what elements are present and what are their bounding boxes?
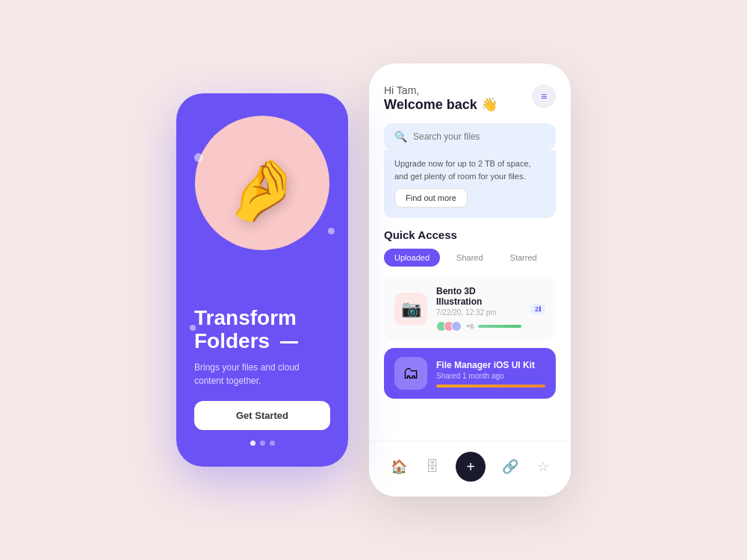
nav-star-button[interactable]: ☆ bbox=[534, 455, 552, 478]
file-info-2: File Manager iOS UI Kit Shared 1 month a… bbox=[436, 360, 545, 388]
phone-right-inner: Hi Tam, Welcome back 👋 ≡ 🔍 Upgrade now f… bbox=[369, 63, 571, 441]
nav-add-button[interactable]: + bbox=[456, 452, 486, 482]
nav-home-button[interactable]: 🏠 bbox=[388, 455, 410, 478]
tab-starred[interactable]: Starred bbox=[500, 249, 548, 267]
avatar-3 bbox=[451, 321, 462, 332]
bottom-nav: 🏠 🗄 + 🔗 ☆ bbox=[369, 441, 571, 497]
nav-folder-button[interactable]: 🗄 bbox=[423, 456, 442, 478]
file-meta-1: +6 bbox=[436, 321, 521, 332]
file-date-2: Shared 1 month ago bbox=[436, 372, 545, 380]
file-badge-1: 2ℹ bbox=[530, 304, 545, 314]
avatar-count: +6 bbox=[466, 323, 474, 330]
greeting-block: Hi Tam, Welcome back 👋 bbox=[384, 84, 498, 113]
search-icon: 🔍 bbox=[394, 131, 407, 143]
nav-share-button[interactable]: 🔗 bbox=[499, 455, 521, 478]
dash-decoration bbox=[280, 341, 298, 343]
phone-right: Hi Tam, Welcome back 👋 ≡ 🔍 Upgrade now f… bbox=[369, 63, 571, 497]
upgrade-text: Upgrade now for up to 2 TB of space, and… bbox=[394, 158, 545, 182]
left-phone-content: Transform Folders Brings your files and … bbox=[194, 307, 330, 446]
search-input[interactable] bbox=[413, 131, 545, 142]
page-dot-2[interactable] bbox=[260, 441, 265, 446]
file-meta-2 bbox=[436, 385, 545, 388]
tab-uploaded[interactable]: Uploaded bbox=[384, 249, 440, 267]
file-icon-manager: 🗂 bbox=[394, 357, 427, 390]
file-icon-bento: 📷 bbox=[394, 293, 427, 326]
search-box[interactable]: 🔍 bbox=[384, 123, 556, 150]
upgrade-banner: Upgrade now for up to 2 TB of space, and… bbox=[384, 150, 556, 218]
file-card-1[interactable]: 📷 Bento 3D Illustration 7/22/20, 12:32 p… bbox=[384, 277, 556, 340]
hand-icon: 🤌 bbox=[225, 155, 300, 225]
decor-dot-tr bbox=[328, 228, 335, 234]
get-started-button[interactable]: Get Started bbox=[194, 401, 330, 430]
welcome-text: Welcome back 👋 bbox=[384, 96, 498, 113]
hero-title: Transform Folders bbox=[194, 307, 330, 353]
menu-icon: ≡ bbox=[541, 90, 547, 102]
page-dot-1[interactable] bbox=[250, 441, 255, 446]
file-info-1: Bento 3D Illustration 7/22/20, 12:32 pm … bbox=[436, 286, 521, 332]
find-out-button[interactable]: Find out more bbox=[394, 188, 468, 208]
hero-subtitle: Brings your files and cloud content toge… bbox=[194, 361, 330, 388]
file-date-1: 7/22/20, 12:32 pm bbox=[436, 308, 521, 317]
greeting-text: Hi Tam, bbox=[384, 84, 498, 96]
phone-left: 🤌 Transform Folders Brings your files an… bbox=[176, 93, 348, 467]
decor-dot-tl bbox=[194, 153, 203, 162]
app-container: 🤌 Transform Folders Brings your files an… bbox=[176, 63, 571, 497]
avatar-stack bbox=[436, 321, 462, 332]
file-name-1: Bento 3D Illustration bbox=[436, 286, 521, 307]
file-name-2: File Manager iOS UI Kit bbox=[436, 360, 545, 370]
progress-bar-1 bbox=[478, 325, 521, 328]
tabs-row: Uploaded Shared Starred bbox=[384, 249, 556, 267]
menu-button[interactable]: ≡ bbox=[532, 84, 556, 108]
file-card-2[interactable]: 🗂 File Manager iOS UI Kit Shared 1 month… bbox=[384, 348, 556, 399]
quick-access-title: Quick Access bbox=[384, 228, 556, 241]
header-row: Hi Tam, Welcome back 👋 ≡ bbox=[384, 84, 556, 113]
page-dot-3[interactable] bbox=[270, 441, 275, 446]
tab-shared[interactable]: Shared bbox=[446, 249, 493, 267]
progress-bar-2 bbox=[436, 385, 545, 388]
pagination-dots bbox=[194, 441, 330, 446]
hero-circle: 🤌 bbox=[195, 116, 329, 250]
